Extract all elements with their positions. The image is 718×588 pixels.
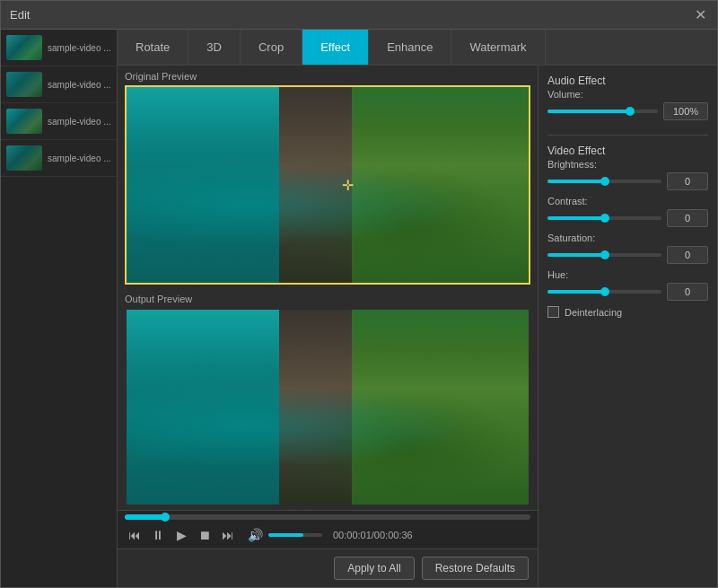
- controls-bar: ⏮ ⏸ ▶ ⏹ ⏭ 🔊 00:00:01/00:00:36: [118, 510, 538, 549]
- original-preview-label: Original Preview: [125, 71, 530, 82]
- contrast-input[interactable]: 0: [667, 209, 708, 227]
- sidebar-label-3: sample-video ...: [48, 117, 111, 127]
- volume-track[interactable]: [547, 110, 658, 113]
- sidebar-label-2: sample-video ...: [48, 80, 111, 90]
- bottom-buttons: Apply to All Restore Defaults: [118, 549, 538, 587]
- tab-watermark[interactable]: Watermark: [451, 30, 545, 65]
- progress-handle: [161, 513, 170, 522]
- deinterlacing-checkbox[interactable]: [547, 306, 559, 318]
- output-preview-image: [127, 310, 529, 505]
- contrast-slider-row: 0: [547, 209, 708, 227]
- sidebar-item-1[interactable]: sample-video ...: [1, 30, 117, 66]
- video-effect-section: Video Effect Brightness: 0 Contrast:: [547, 145, 708, 318]
- tabs-bar: Rotate 3D Crop Effect Enhance Watermark: [118, 30, 717, 66]
- play-button[interactable]: ▶: [171, 525, 191, 545]
- apply-to-all-button[interactable]: Apply to All: [334, 557, 414, 580]
- hue-handle: [600, 287, 609, 296]
- tab-crop[interactable]: Crop: [241, 30, 302, 65]
- sidebar-label-4: sample-video ...: [48, 154, 111, 163]
- brightness-slider-row: 0: [547, 172, 708, 190]
- sidebar: sample-video ... sample-video ... sample…: [1, 30, 118, 587]
- volume-input[interactable]: 100%: [663, 102, 708, 120]
- original-preview-frame[interactable]: ✛: [125, 85, 530, 285]
- brightness-label: Brightness:: [547, 159, 708, 170]
- output-preview-frame[interactable]: [125, 308, 530, 507]
- pause-button[interactable]: ⏸: [148, 525, 168, 545]
- stop-button[interactable]: ⏹: [195, 525, 215, 545]
- saturation-track[interactable]: [547, 253, 661, 257]
- volume-slider-row: 100%: [547, 102, 708, 120]
- sidebar-item-3[interactable]: sample-video ...: [1, 103, 117, 140]
- volume-area: 🔊: [245, 525, 322, 545]
- thumb-1: [6, 35, 42, 60]
- volume-slider[interactable]: [268, 533, 322, 537]
- crosshair-icon: ✛: [342, 176, 354, 193]
- edit-window: Edit ✕ sample-video ... sample-video ...…: [0, 0, 718, 588]
- brightness-track[interactable]: [547, 180, 661, 183]
- window-title: Edit: [10, 8, 692, 22]
- right-panel: Audio Effect Volume: 100%: [538, 66, 717, 587]
- contrast-handle: [600, 214, 609, 223]
- original-preview-section: Original Preview ✛: [118, 66, 538, 288]
- contrast-fill: [547, 216, 605, 220]
- sidebar-item-2[interactable]: sample-video ...: [1, 66, 117, 103]
- contrast-label: Contrast:: [547, 196, 708, 206]
- brightness-input[interactable]: 0: [667, 172, 708, 190]
- hue-label: Hue:: [547, 269, 708, 280]
- audio-section-title: Audio Effect: [547, 75, 708, 87]
- hue-slider-row: 0: [547, 283, 708, 301]
- hue-track[interactable]: [547, 290, 661, 294]
- volume-label: Volume:: [547, 89, 708, 100]
- output-preview-label: Output Preview: [125, 294, 530, 304]
- volume-icon[interactable]: 🔊: [245, 525, 265, 545]
- saturation-handle: [600, 250, 609, 259]
- tab-rotate[interactable]: Rotate: [118, 30, 188, 65]
- volume-handle: [626, 107, 635, 116]
- skip-forward-button[interactable]: ⏭: [218, 525, 238, 545]
- divider-1: [547, 135, 708, 136]
- progress-fill: [125, 514, 165, 520]
- controls-row: ⏮ ⏸ ▶ ⏹ ⏭ 🔊 00:00:01/00:00:36: [125, 525, 530, 545]
- sidebar-item-4[interactable]: sample-video ...: [1, 140, 117, 177]
- contrast-track[interactable]: [547, 216, 661, 220]
- tab-enhance[interactable]: Enhance: [369, 30, 451, 65]
- skip-back-button[interactable]: ⏮: [125, 525, 144, 545]
- center-panel: Rotate 3D Crop Effect Enhance Watermark: [118, 30, 717, 587]
- deinterlacing-row: Deinterlacing: [547, 306, 708, 318]
- video-section-title: Video Effect: [547, 145, 708, 157]
- volume-fill-right: [547, 110, 630, 113]
- time-display: 00:00:01/00:00:36: [333, 530, 413, 540]
- body-area: Original Preview ✛: [118, 66, 717, 587]
- titlebar: Edit ✕: [1, 1, 717, 30]
- audio-effect-section: Audio Effect Volume: 100%: [547, 75, 708, 126]
- main-content: sample-video ... sample-video ... sample…: [1, 30, 717, 587]
- saturation-slider-row: 0: [547, 246, 708, 264]
- deinterlacing-label: Deinterlacing: [565, 307, 622, 318]
- saturation-fill: [547, 253, 605, 257]
- restore-defaults-button[interactable]: Restore Defaults: [422, 557, 529, 580]
- output-preview-section: Output Preview: [118, 288, 538, 511]
- brightness-handle: [600, 177, 609, 186]
- thumb-3: [6, 109, 42, 134]
- hue-fill: [547, 290, 605, 294]
- preview-area: Original Preview ✛: [118, 66, 538, 587]
- brightness-fill: [547, 180, 605, 183]
- close-button[interactable]: ✕: [692, 7, 708, 23]
- sidebar-label-1: sample-video ...: [48, 43, 111, 53]
- volume-fill: [268, 533, 303, 537]
- thumb-2: [6, 72, 42, 97]
- thumb-4: [6, 145, 42, 171]
- original-preview-image: [127, 87, 529, 283]
- saturation-input[interactable]: 0: [667, 246, 708, 264]
- hue-input[interactable]: 0: [667, 283, 708, 301]
- tab-3d[interactable]: 3D: [188, 30, 241, 65]
- progress-bar[interactable]: [125, 514, 530, 520]
- tab-effect[interactable]: Effect: [302, 30, 369, 65]
- saturation-label: Saturation:: [547, 233, 708, 243]
